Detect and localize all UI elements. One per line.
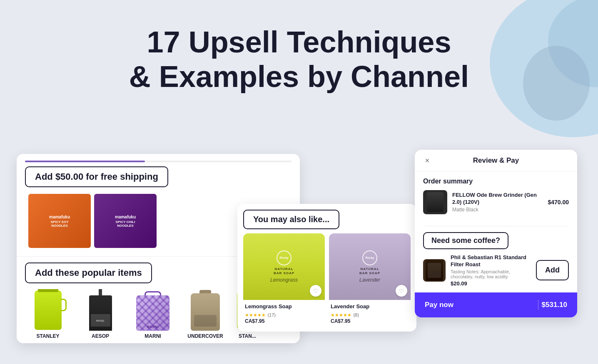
order-item-details: FELLOW Ode Brew Grinder (Gen 2.0) (120V)… xyxy=(452,192,543,213)
review-pay-title: Review & Pay xyxy=(473,156,519,165)
lemongrass-soap-name: Lemongrass Soap xyxy=(245,303,323,310)
grinder-image xyxy=(423,190,447,214)
undercover-pocket xyxy=(194,315,217,327)
pay-divider xyxy=(538,300,538,310)
item-label-stanley: STANLEY xyxy=(36,333,59,339)
review-pay-header: × Review & Pay xyxy=(415,150,577,172)
lavender-soap-image: Rocky NATURALBAR SOAP Lavender ♡ xyxy=(329,233,411,300)
coffee-product-row: Phil & Sebastian R1 Standard Filter Roas… xyxy=(423,254,569,287)
stanley-tumbler-shape xyxy=(35,290,62,330)
lavender-heart-icon[interactable]: ♡ xyxy=(396,285,407,297)
coffee-upsell-section: Need some coffee? Phil & Sebastian R1 St… xyxy=(415,226,577,292)
lavender-soap-name: Lavender Soap xyxy=(331,303,409,310)
stanley-lid xyxy=(38,289,58,292)
also-like-badge: You may also like... xyxy=(237,204,416,233)
soap-type-lavender: NATURALBAR SOAP xyxy=(359,267,380,276)
list-item[interactable]: MARNI MARNI xyxy=(130,289,176,339)
pay-now-amount: $531.10 xyxy=(542,301,567,309)
item-label-undercover: UNDERCOVER xyxy=(187,333,223,339)
also-like-text: You may also like... xyxy=(243,210,339,229)
order-item-variant: Matte Black xyxy=(452,207,543,213)
free-shipping-badge: Add $50.00 for free shipping xyxy=(25,166,168,187)
soap-flavor-lavender: Lavender xyxy=(359,277,380,283)
noodle-bag-orange: mamafuku SPICY SOYNOODLES xyxy=(28,194,91,248)
lavender-soap-stars: ★★★★★ (8) xyxy=(331,311,409,318)
soap-brand-lemongrass: Rocky xyxy=(277,250,292,265)
coffee-product-price: $20.09 xyxy=(451,280,531,287)
coffee-bag-image xyxy=(423,259,446,282)
soap-type-lemongrass: NATURALBAR SOAP xyxy=(274,267,294,276)
review-pay-card: × Review & Pay Order summary FELLOW Ode … xyxy=(415,150,577,317)
lemongrass-heart-icon[interactable]: ♡ xyxy=(310,285,321,297)
undercover-image xyxy=(187,289,224,331)
list-item[interactable]: UNDERCOVER xyxy=(182,289,228,339)
soap-flavor-lemongrass: Lemongrass xyxy=(270,277,298,283)
pay-now-label: Pay now xyxy=(425,301,453,309)
order-item-name: FELLOW Ode Brew Grinder (Gen 2.0) (120V) xyxy=(452,192,543,206)
progress-bar-fill xyxy=(25,161,145,162)
list-item[interactable]: STANLEY xyxy=(25,289,71,339)
add-to-cart-button[interactable]: Add xyxy=(536,260,569,280)
lavender-soap-info: Lavender Soap ★★★★★ (8) CA$7.95 xyxy=(329,300,411,326)
list-item[interactable]: Rocky NATURALBAR SOAP Lavender ♡ Lavende… xyxy=(329,233,411,326)
lavender-review-count: (8) xyxy=(353,312,359,317)
stanley-handle xyxy=(61,299,67,311)
noodle-bag-purple: mamafuku SPICY CHILINOODLES xyxy=(94,194,157,248)
stanley-image xyxy=(29,289,67,331)
item-label-stan5: STAN... xyxy=(239,333,256,339)
popular-items-badge: Add these popular items xyxy=(25,262,152,283)
item-label-aesop: AESOP xyxy=(92,333,109,339)
stars-icon: ★★★★★ xyxy=(245,312,266,317)
coffee-product-details: Phil & Sebastian R1 Standard Filter Roas… xyxy=(451,254,531,287)
list-item[interactable]: Rocky NATURALBAR SOAP Lemongrass ♡ Lemon… xyxy=(243,233,325,326)
lemongrass-soap-image: Rocky NATURALBAR SOAP Lemongrass ♡ xyxy=(243,233,325,300)
close-button[interactable]: × xyxy=(421,155,433,166)
grinder-shape xyxy=(427,192,444,212)
lemongrass-soap-stars: ★★★★★ (17) xyxy=(245,311,323,318)
order-item-price: $470.00 xyxy=(548,199,569,206)
shipping-progress-bar xyxy=(25,161,292,162)
soap-products-row: Rocky NATURALBAR SOAP Lemongrass ♡ Lemon… xyxy=(237,233,416,332)
marni-bag-shape: MARNI xyxy=(136,295,169,331)
list-item[interactable]: aesop. AESOP xyxy=(77,289,123,339)
soap-brand-lavender: Rocky xyxy=(362,250,377,265)
lemongrass-soap-price: CA$7.95 xyxy=(245,318,323,324)
undercover-pack-shape xyxy=(191,293,220,331)
lavender-stars-icon: ★★★★★ xyxy=(331,312,351,317)
pay-now-button[interactable]: Pay now $531.10 xyxy=(415,292,577,317)
aesop-bottle-shape: aesop. xyxy=(89,295,112,331)
pay-amount-group: $531.10 xyxy=(535,300,567,310)
coffee-upsell-badge: Need some coffee? xyxy=(423,232,508,249)
coffee-bag-label xyxy=(428,263,441,278)
recommendations-card: You may also like... Rocky NATURALBAR SO… xyxy=(237,204,416,332)
order-summary-section: Order summary FELLOW Ode Brew Grinder (G… xyxy=(415,172,577,226)
item-label-marni: MARNI xyxy=(145,333,161,339)
lemongrass-review-count: (17) xyxy=(267,312,276,317)
lavender-soap-price: CA$7.95 xyxy=(331,318,409,324)
order-item-row: FELLOW Ode Brew Grinder (Gen 2.0) (120V)… xyxy=(423,190,569,214)
coffee-tasting-notes: Tasting Notes: Approachable, chocolatey,… xyxy=(451,269,531,279)
coffee-product-name: Phil & Sebastian R1 Standard Filter Roas… xyxy=(451,254,531,268)
page-title: 17 Upsell Techniques & Examples by Chann… xyxy=(0,25,598,94)
aesop-label: aesop. xyxy=(91,314,110,327)
lemongrass-soap-info: Lemongrass Soap ★★★★★ (17) CA$7.95 xyxy=(243,300,325,326)
coffee-bag-shape xyxy=(426,260,443,281)
marni-image: MARNI xyxy=(134,289,172,331)
aesop-image: aesop. xyxy=(82,289,119,331)
order-summary-label: Order summary xyxy=(423,178,569,185)
